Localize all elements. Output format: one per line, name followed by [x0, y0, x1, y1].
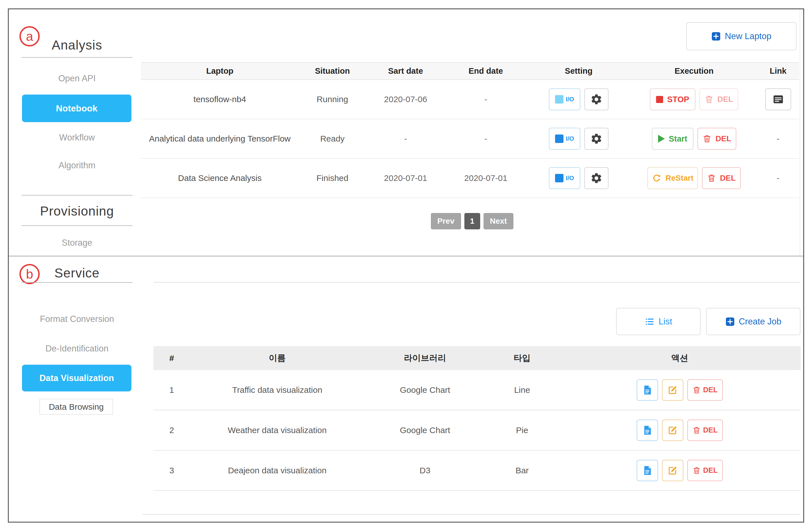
link-cell: -	[757, 173, 799, 183]
settings-gear-button[interactable]	[584, 128, 609, 150]
trash-icon	[705, 95, 713, 104]
start-date-value: -	[366, 134, 445, 144]
gear-icon	[590, 172, 603, 184]
delete-button[interactable]: DEL	[697, 128, 736, 150]
link-cell	[757, 88, 799, 110]
delete-label: DEL	[720, 174, 736, 183]
new-laptop-button[interactable]: New Laptop	[686, 22, 797, 50]
col-number: #	[154, 353, 190, 363]
io-button[interactable]: I/O	[549, 88, 580, 110]
end-date-value: -	[445, 134, 526, 144]
sidebar-item-open-api[interactable]: Open API	[21, 73, 133, 84]
row-number: 1	[154, 385, 190, 395]
execution-cell: ReStart DEL	[631, 167, 757, 189]
page-1-button[interactable]: 1	[464, 213, 480, 229]
edit-icon	[667, 384, 678, 396]
stop-icon	[656, 96, 663, 103]
document-icon	[642, 425, 653, 436]
io-label: I/O	[566, 96, 574, 103]
sidebar-item-format-conversion[interactable]: Format Conversion	[21, 314, 133, 324]
delete-label: DEL	[717, 95, 733, 104]
col-action: 액션	[559, 352, 801, 364]
situation-value: Ready	[299, 134, 366, 144]
io-icon	[555, 174, 564, 182]
divider	[21, 57, 133, 58]
view-document-button[interactable]	[637, 379, 658, 401]
execution-cell: STOP DEL	[631, 88, 757, 110]
delete-button[interactable]: DEL	[702, 167, 741, 189]
edit-button[interactable]	[662, 379, 683, 401]
link-button[interactable]	[765, 88, 791, 110]
settings-gear-button[interactable]	[584, 167, 609, 189]
view-document-button[interactable]	[637, 419, 658, 441]
col-type: 타입	[485, 352, 559, 364]
visualization-name: Deajeon data visualization	[190, 466, 364, 475]
laptop-name: tensoflow-nb4	[141, 94, 299, 104]
delete-button[interactable]: DEL	[699, 88, 738, 110]
delete-button[interactable]: DEL	[687, 460, 723, 481]
delete-button[interactable]: DEL	[687, 419, 723, 441]
create-job-label: Create Job	[739, 316, 782, 327]
delete-label: DEL	[703, 426, 718, 434]
table-row: Data Science Analysis Finished 2020-07-0…	[141, 159, 799, 198]
list-button[interactable]: List	[616, 308, 700, 335]
table-row: 2 Weather data visualization Google Char…	[154, 410, 801, 451]
table-row: Analytical data underlying TensorFlow Re…	[141, 119, 799, 159]
next-button[interactable]: Next	[483, 213, 514, 229]
setting-cell: I/O	[526, 88, 631, 110]
io-label: I/O	[566, 135, 574, 143]
action-cell: DEL	[559, 379, 801, 401]
link-cell: -	[757, 134, 799, 144]
sidebar-item-data-visualization[interactable]: Data Visualization	[22, 365, 131, 392]
io-button[interactable]: I/O	[549, 128, 580, 150]
io-button[interactable]: I/O	[549, 167, 580, 189]
screenshot-frame: a Analysis Open API Notebook Workflow Al…	[0, 0, 812, 531]
sidebar-service: b Service Format Conversion De-Identific…	[9, 257, 141, 522]
console-icon	[772, 93, 784, 105]
delete-label: DEL	[703, 466, 718, 475]
document-icon	[642, 465, 653, 476]
trash-icon	[702, 134, 711, 143]
restart-button[interactable]: ReStart	[647, 167, 698, 189]
gear-icon	[590, 93, 603, 105]
new-laptop-label: New Laptop	[725, 31, 771, 41]
sidebar-item-storage[interactable]: Storage	[21, 238, 133, 248]
edit-button[interactable]	[662, 419, 683, 441]
io-icon	[555, 134, 564, 143]
start-date-value: 2020-07-06	[366, 94, 445, 104]
edit-button[interactable]	[662, 460, 683, 481]
visualization-table: # 이름 라이브러리 타입 액션 1 Traffic data visualiz…	[154, 346, 801, 491]
notebook-table: Laptop Situation Sart date End date Sett…	[141, 62, 799, 198]
sidebar-item-algorithm[interactable]: Algorithm	[21, 160, 133, 171]
trash-icon	[692, 466, 701, 475]
library-value: Google Chart	[364, 385, 485, 395]
prev-button[interactable]: Prev	[431, 213, 461, 229]
row-number: 3	[154, 466, 190, 475]
setting-cell: I/O	[526, 167, 631, 189]
sidebar-item-data-browsing[interactable]: Data Browsing	[39, 399, 113, 415]
pagination: Prev 1 Next	[141, 213, 803, 229]
col-setting: Setting	[526, 67, 631, 76]
visualization-name: Weather data visualization	[190, 426, 364, 435]
plus-icon	[725, 317, 735, 326]
action-cell: DEL	[559, 419, 801, 441]
settings-gear-button[interactable]	[584, 88, 609, 110]
stop-button[interactable]: STOP	[650, 88, 695, 110]
table-row: 1 Traffic data visualization Google Char…	[154, 370, 801, 410]
col-library: 라이브러리	[364, 352, 485, 364]
app-window: a Analysis Open API Notebook Workflow Al…	[8, 9, 804, 522]
stop-label: STOP	[667, 95, 689, 104]
io-icon	[555, 95, 564, 104]
sidebar-item-workflow[interactable]: Workflow	[21, 133, 133, 143]
view-document-button[interactable]	[637, 460, 658, 481]
gear-icon	[590, 133, 603, 145]
sidebar-item-notebook[interactable]: Notebook	[22, 94, 131, 122]
delete-button[interactable]: DEL	[687, 379, 723, 401]
sidebar-item-de-identification[interactable]: De-Identification	[21, 343, 133, 354]
end-date-value: 2020-07-01	[445, 173, 526, 183]
create-job-button[interactable]: Create Job	[706, 308, 800, 335]
laptop-name: Data Science Analysis	[141, 173, 299, 183]
notebook-main: New Laptop Laptop Situation Sart date En…	[141, 9, 803, 256]
start-button[interactable]: Start	[652, 128, 694, 150]
list-label: List	[658, 316, 672, 327]
